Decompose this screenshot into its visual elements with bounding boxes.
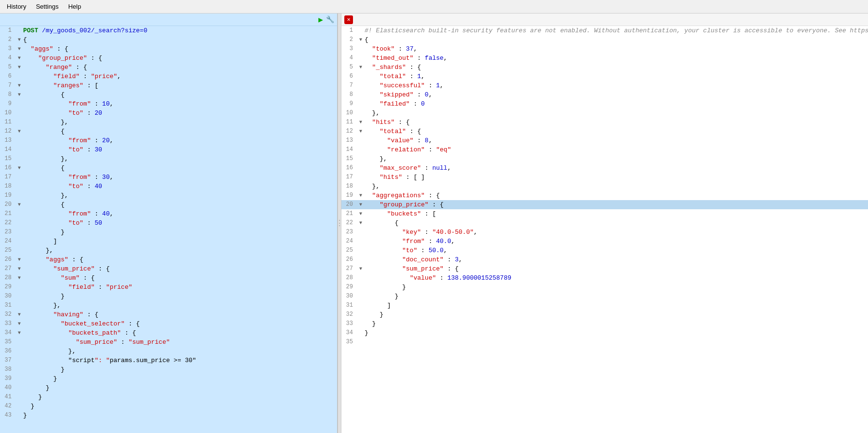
line-number: 11 (341, 118, 357, 127)
code-line-12: 12▼ { (0, 127, 337, 136)
wrench-button[interactable]: 🔧 (326, 15, 334, 24)
menu-help[interactable]: Help (63, 2, 86, 11)
line-content: "_shards" : { (365, 63, 868, 72)
fold-arrow[interactable]: ▼ (15, 319, 23, 328)
code-line-30: 30 } (0, 292, 337, 301)
code-line-36: 36 }, (0, 347, 337, 356)
code-line-10: 10 "to" : 20 (0, 108, 337, 118)
line-content: "group_price" : { (365, 200, 868, 209)
fold-arrow[interactable]: ▼ (15, 200, 23, 209)
code-line-39: 39 } (0, 374, 337, 383)
line-content: }, (365, 182, 868, 191)
menu-bar: History Settings Help (0, 0, 868, 14)
line-content: "ranges" : [ (23, 81, 337, 90)
fold-arrow[interactable]: ▼ (15, 54, 23, 63)
code-line-3: 3 "took" : 37, (341, 44, 868, 54)
fold-arrow[interactable]: ▼ (357, 191, 365, 200)
panel-splitter[interactable]: ⋮ (338, 14, 341, 433)
code-line-24: 24 "from" : 40.0, (341, 237, 868, 246)
code-line-25: 25 }, (0, 246, 337, 255)
line-number: 3 (0, 44, 15, 54)
code-line-17: 17 "hits" : [ ] (341, 173, 868, 182)
line-number: 5 (0, 63, 15, 72)
code-line-26: 26 "doc_count" : 3, (341, 255, 868, 264)
line-content: "total" : { (365, 127, 868, 136)
line-number: 22 (0, 218, 15, 228)
line-content: } (365, 310, 868, 319)
code-line-37: 37 "script": "params.sum_price >= 30" (0, 356, 337, 365)
fold-arrow[interactable]: ▼ (357, 200, 365, 209)
line-content: "aggs" : { (23, 44, 337, 54)
line-number: 22 (341, 218, 357, 228)
line-content: POST /my_goods_002/_search?size=0 (23, 26, 337, 35)
fold-arrow[interactable]: ▼ (15, 81, 23, 90)
line-content: } (23, 292, 337, 301)
fold-arrow[interactable]: ▼ (15, 255, 23, 264)
left-code-area[interactable]: 1POST /my_goods_002/_search?size=02▼{3▼ … (0, 26, 337, 433)
menu-history[interactable]: History (2, 2, 31, 11)
line-number: 1 (0, 26, 15, 35)
code-line-9: 9 "from" : 10, (0, 99, 337, 108)
code-line-27: 27▼ "sum_price" : { (0, 264, 337, 273)
code-line-19: 19 }, (0, 191, 337, 200)
line-content: "doc_count" : 3, (365, 255, 868, 264)
fold-arrow[interactable]: ▼ (15, 127, 23, 136)
line-content: "script": "params.sum_price >= 30" (23, 356, 337, 365)
line-content: }, (365, 108, 868, 118)
menu-settings[interactable]: Settings (31, 2, 63, 11)
line-content: "took" : 37, (365, 44, 868, 54)
line-number: 39 (0, 374, 15, 383)
fold-arrow[interactable]: ▼ (357, 209, 365, 218)
fold-arrow[interactable]: ▼ (357, 35, 365, 44)
code-line-40: 40 } (0, 383, 337, 392)
line-number: 27 (0, 264, 15, 273)
right-panel: ✕ 1#! Elasticsearch built-in security fe… (341, 14, 868, 433)
fold-arrow[interactable]: ▼ (357, 63, 365, 72)
line-number: 31 (0, 301, 15, 310)
code-line-35: 35 "sum_price" : "sum_price" (0, 338, 337, 347)
fold-arrow[interactable]: ▼ (15, 264, 23, 273)
fold-arrow[interactable]: ▼ (357, 118, 365, 127)
code-line-11: 11▼ "hits" : { (341, 118, 868, 127)
line-number: 29 (341, 283, 357, 292)
code-line-18: 18 "to" : 40 (0, 182, 337, 191)
fold-arrow[interactable]: ▼ (15, 310, 23, 319)
line-content: "from" : 10, (23, 99, 337, 108)
fold-arrow[interactable]: ▼ (15, 44, 23, 54)
fold-arrow[interactable]: ▼ (357, 218, 365, 228)
line-content: "from" : 30, (23, 173, 337, 182)
code-line-2: 2▼{ (0, 35, 337, 44)
line-content: { (23, 127, 337, 136)
fold-arrow[interactable]: ▼ (357, 264, 365, 273)
line-number: 11 (0, 118, 15, 127)
line-number: 25 (341, 246, 357, 255)
line-number: 36 (0, 347, 15, 356)
line-content: "range" : { (23, 63, 337, 72)
line-content: "to" : 30 (23, 145, 337, 154)
line-number: 4 (341, 54, 357, 63)
line-content: "bucket_selector" : { (23, 319, 337, 328)
right-code-area[interactable]: 1#! Elasticsearch built-in security feat… (341, 26, 868, 433)
line-number: 20 (341, 200, 357, 209)
line-number: 6 (341, 72, 357, 81)
fold-arrow[interactable]: ▼ (357, 127, 365, 136)
code-line-19: 19▼ "aggregations" : { (341, 191, 868, 200)
code-line-27: 27▼ "sum_price" : { (341, 264, 868, 273)
code-line-7: 7 "successful" : 1, (341, 81, 868, 90)
code-line-15: 15 }, (341, 154, 868, 163)
play-button[interactable]: ▶ (318, 15, 323, 25)
fold-arrow[interactable]: ▼ (15, 273, 23, 283)
code-line-33: 33 } (341, 319, 868, 328)
fold-arrow[interactable]: ▼ (15, 90, 23, 99)
code-line-34: 34▼ "buckets_path" : { (0, 328, 337, 338)
line-number: 16 (0, 163, 15, 173)
line-content: } (365, 319, 868, 328)
fold-arrow[interactable]: ▼ (15, 163, 23, 173)
line-number: 33 (341, 319, 357, 328)
fold-arrow[interactable]: ▼ (15, 63, 23, 72)
fold-arrow[interactable]: ▼ (15, 328, 23, 338)
code-line-31: 31 }, (0, 301, 337, 310)
line-content: #! Elasticsearch built-in security featu… (365, 26, 868, 35)
line-number: 10 (341, 108, 357, 118)
fold-arrow[interactable]: ▼ (15, 35, 23, 44)
